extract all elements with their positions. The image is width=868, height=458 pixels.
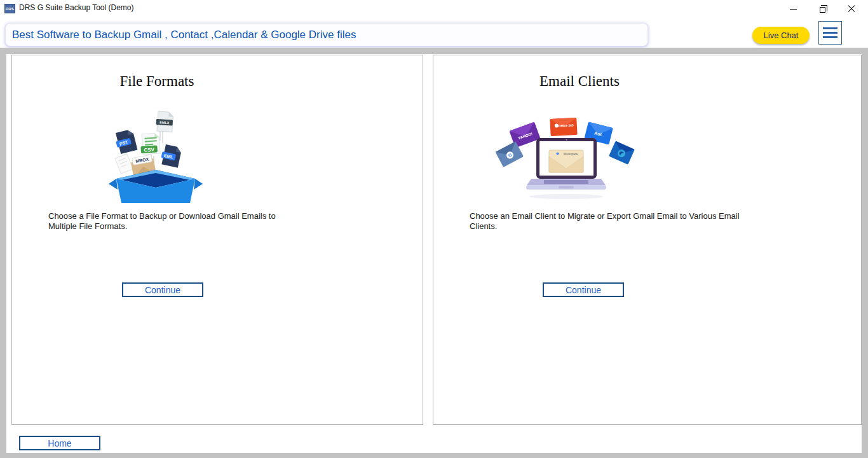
title-bar: DRS DRS G Suite Backup Tool (Demo) <box>0 0 868 18</box>
hamburger-icon <box>823 32 837 34</box>
svg-text:CSV: CSV <box>144 147 155 153</box>
close-button[interactable] <box>837 0 865 18</box>
menu-button[interactable] <box>818 21 842 45</box>
file-formats-description: Choose a File Format to Backup or Downlo… <box>48 211 288 232</box>
header: Best Software to Backup Gmail , Contact … <box>0 18 868 48</box>
file-formats-panel: File Formats EMLX <box>11 55 423 425</box>
app-icon: DRS <box>4 4 15 13</box>
emlx-file-icon: EMLX <box>156 111 173 132</box>
restore-icon <box>820 7 825 13</box>
email-clients-panel: Email Clients YAHOO! Office 365 <box>433 55 862 425</box>
live-chat-button[interactable]: Live Chat <box>752 27 810 44</box>
blue-box-icon <box>109 170 203 203</box>
eml-file-icon: EML <box>159 144 182 167</box>
email-clients-continue-button[interactable]: Continue <box>543 282 624 297</box>
laptop-shadow <box>529 194 603 199</box>
minimize-icon <box>790 9 797 10</box>
svg-text:EMLX: EMLX <box>159 120 170 125</box>
workspace-envelope-icon: Workspace <box>549 150 583 172</box>
banner-tagline: Best Software to Backup Gmail , Contact … <box>5 23 648 46</box>
csv-file-icon: CSV <box>140 133 160 155</box>
file-formats-illustration: EMLX PST CSV <box>106 108 208 204</box>
svg-text:Workspace: Workspace <box>564 153 578 156</box>
file-formats-continue-button[interactable]: Continue <box>122 282 203 297</box>
email-clients-description: Choose an Email Client to Migrate or Exp… <box>470 211 757 232</box>
home-button[interactable]: Home <box>19 436 100 450</box>
email-clients-title: Email Clients <box>443 73 716 90</box>
thunderbird-envelope-icon <box>609 141 635 165</box>
paper-icon <box>115 154 133 174</box>
svg-text:Office 365: Office 365 <box>559 123 574 128</box>
window-title: DRS G Suite Backup Tool (Demo) <box>19 3 134 12</box>
pst-file-icon: PST <box>114 128 137 154</box>
restore-button[interactable] <box>808 0 836 18</box>
close-icon <box>848 5 855 13</box>
minimize-button[interactable] <box>779 0 807 18</box>
office365-envelope-icon: Office 365 <box>550 118 577 136</box>
laptop-icon: Workspace <box>526 138 606 190</box>
file-formats-title: File Formats <box>30 73 284 90</box>
main-content: File Formats EMLX <box>6 54 862 453</box>
email-clients-illustration: YAHOO! Office 365 Aol. <box>493 111 639 200</box>
main-frame: File Formats EMLX <box>0 48 868 458</box>
hamburger-icon <box>823 36 837 38</box>
hamburger-icon <box>823 27 837 29</box>
